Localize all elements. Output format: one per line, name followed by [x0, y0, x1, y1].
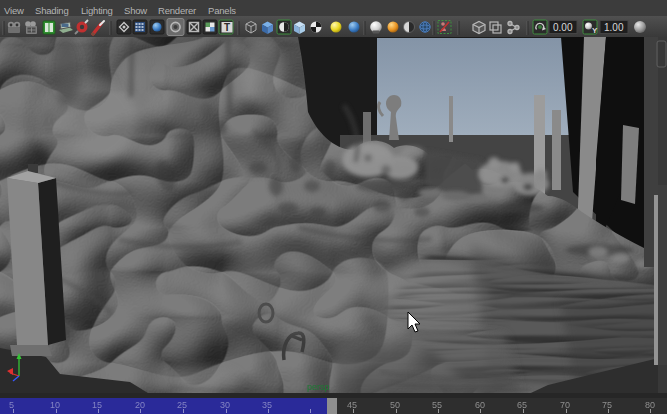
svg-text:T: T [224, 22, 230, 33]
svg-text:1.00: 1.00 [604, 22, 624, 33]
svg-text:0.00: 0.00 [553, 22, 573, 33]
svg-text:Y: Y [592, 26, 598, 35]
